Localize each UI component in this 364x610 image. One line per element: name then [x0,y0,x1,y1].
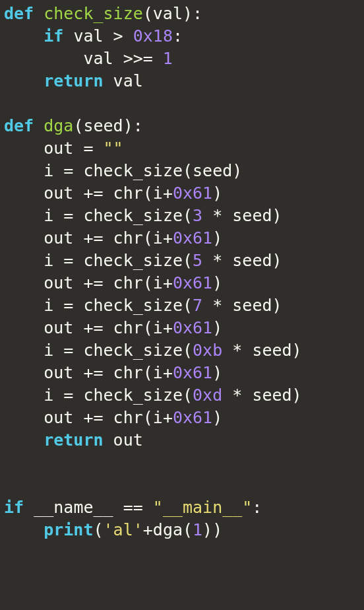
code-line: i = check_size(0xd * seed) [4,384,364,407]
code-token: i [44,251,53,270]
code-line: def dga(seed): [4,115,364,137]
code-token: ( [143,4,153,23]
code-token: = [83,139,93,158]
code-line: if val > 0x18: [4,25,364,48]
code-token [143,498,153,517]
code-token: 0x61 [173,228,212,248]
code-token: out [113,430,143,450]
code-token [202,251,212,270]
code-token: i [153,273,163,292]
code-token: ) [212,363,222,382]
code-token: out [44,363,73,382]
code-token: out [44,273,73,292]
code-token: += [83,408,103,427]
code-token: ) [272,206,282,225]
code-token: i [44,296,53,315]
code-token: 0xb [193,341,222,360]
code-token [34,116,44,135]
code-token: ) [212,228,222,248]
code-token: ): [123,116,143,135]
code-token [153,49,163,68]
code-token [222,386,232,405]
code-token [222,251,232,270]
code-line [4,92,364,115]
code-token [104,71,113,90]
code-token: ( [183,341,193,360]
code-token: ) [212,408,222,427]
code-token: "__main__" [153,498,253,517]
code-token: 0x18 [133,26,173,46]
code-line: out += chr(i+0x61) [4,272,364,294]
code-token [73,386,83,405]
code-token: ) [212,318,222,337]
code-token: chr [113,363,143,382]
code-token [73,318,83,337]
code-token: ( [93,520,103,539]
code-token: + [163,228,173,248]
code-token: ( [183,161,193,180]
code-line: if __name__ == "__main__": [4,496,364,519]
code-token: + [163,273,173,292]
code-token: seed [232,206,272,225]
code-token: dga [44,116,73,135]
code-token: ) [292,341,302,360]
code-token: + [163,318,173,337]
code-token [242,341,252,360]
code-token: seed [252,341,291,360]
code-token: if [44,26,63,46]
code-token: i [44,341,53,360]
code-token: >>= [123,49,153,68]
code-token: 0x61 [173,363,212,382]
code-token [53,206,63,225]
code-token: out [44,184,73,203]
code-token: print [44,520,93,539]
code-token: val [83,49,113,68]
code-token: val [113,71,143,90]
code-token: chr [113,184,143,203]
code-token: i [44,206,53,225]
code-token: 0x61 [173,318,212,337]
code-token: 0x61 [173,408,212,427]
code-line: def check_size(val): [4,3,364,25]
code-token [73,408,83,427]
code-token: + [163,363,173,382]
code-token: check_size [83,386,183,405]
code-line: i = check_size(7 * seed) [4,294,364,317]
code-token: out [44,318,73,337]
code-token: __name__ [34,498,113,517]
code-token [242,386,252,405]
code-token: += [83,184,103,203]
code-token: chr [113,318,143,337]
code-token: : [173,26,183,46]
code-token: ( [183,386,193,405]
code-line: out += chr(i+0x61) [4,182,364,205]
code-token: > [113,26,123,46]
code-token: chr [113,273,143,292]
code-token [73,228,83,248]
code-token [73,341,83,360]
code-token: i [44,386,53,405]
code-token: 5 [193,251,202,270]
code-token [104,26,113,46]
code-token [104,318,113,337]
code-token: check_size [83,251,183,270]
code-token: ( [143,228,153,248]
code-token [53,386,63,405]
code-token [73,251,83,270]
code-line: val >>= 1 [4,48,364,70]
code-token: += [83,318,103,337]
code-token: ( [183,251,193,270]
code-token: : [252,498,262,517]
code-token [123,26,133,46]
code-token: return [44,430,103,450]
code-token: seed [232,251,272,270]
code-token [73,139,83,158]
code-token [53,341,63,360]
code-token: check_size [44,4,143,23]
code-line: return out [4,429,364,452]
code-token: 0xd [193,386,222,405]
code-token: = [63,296,73,315]
code-token [73,161,83,180]
code-token: 'al' [104,520,143,539]
code-token: * [212,206,222,225]
